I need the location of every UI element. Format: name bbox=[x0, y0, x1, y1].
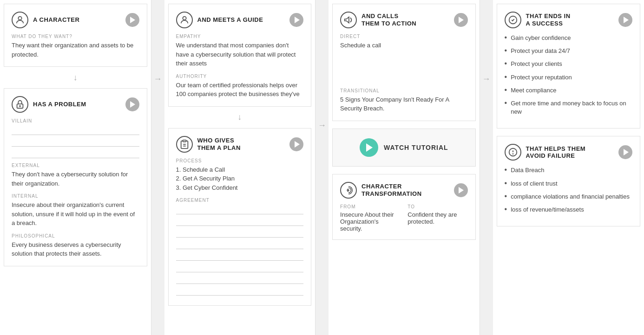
card-title: HAS A PROBLEM bbox=[33, 101, 86, 108]
internal-label: INTERNAL bbox=[12, 193, 139, 199]
play-button[interactable] bbox=[454, 183, 468, 197]
warning-icon bbox=[505, 144, 521, 161]
section-label: WHAT DO THEY WANT? bbox=[12, 34, 139, 39]
agreement-line-8[interactable] bbox=[176, 286, 304, 296]
person-guide-icon bbox=[176, 12, 193, 28]
watch-tutorial-label: WATCH TUTORIAL bbox=[384, 144, 448, 151]
arrow-col2-col3: → bbox=[315, 0, 329, 335]
column-3: AND CALLS THEM TO ACTION DIRECT Schedule… bbox=[329, 0, 480, 335]
card-calls-to-action: AND CALLS THEM TO ACTION DIRECT Schedule… bbox=[332, 4, 476, 121]
title-row: CHARACTER TRANSFORMATION bbox=[340, 182, 454, 199]
story-board: A CHARACTER WHAT DO THEY WANT? They want… bbox=[0, 0, 644, 335]
authority-label: AUTHORITY bbox=[176, 74, 304, 79]
bullet-text: Get more time and money back to focus on… bbox=[511, 99, 632, 116]
arrow-col1-col2: → bbox=[151, 0, 164, 335]
villain-line-3[interactable] bbox=[12, 149, 139, 158]
svg-point-0 bbox=[18, 17, 21, 20]
agreement-line-3[interactable] bbox=[176, 228, 304, 238]
card-a-character: A CHARACTER WHAT DO THEY WANT? They want… bbox=[4, 4, 147, 67]
success-bullet-list: Gain cyber confidence Protect your data … bbox=[505, 34, 632, 116]
svg-rect-4 bbox=[183, 140, 186, 142]
title-row: AND MEETS A GUIDE bbox=[176, 12, 263, 28]
card-header: THAT ENDS IN A SUCCESS bbox=[505, 12, 632, 28]
process-step-1: 1. Schedule a Call bbox=[176, 165, 304, 174]
transitional-text: 5 Signs Your Company Isn't Ready For A S… bbox=[340, 95, 468, 113]
agreement-line-1[interactable] bbox=[176, 205, 304, 214]
bullet-item: compliance violations and financial pena… bbox=[505, 193, 632, 201]
bullet-item: loss of client trust bbox=[505, 180, 632, 188]
bullet-text: loss of revenue/time/assets bbox=[511, 206, 584, 214]
card-title: WHO GIVES THEM A PLAN bbox=[197, 137, 241, 151]
from-label: FROM bbox=[340, 204, 400, 209]
star-icon bbox=[505, 12, 521, 28]
play-button[interactable] bbox=[125, 97, 139, 111]
column-1: A CHARACTER WHAT DO THEY WANT? They want… bbox=[0, 0, 151, 335]
to-label: TO bbox=[407, 204, 467, 209]
play-button[interactable] bbox=[618, 13, 632, 27]
bullet-text: loss of client trust bbox=[511, 180, 557, 188]
philosophical-text: Every business deserves a cybersecurity … bbox=[12, 240, 139, 258]
fingerprint-icon bbox=[340, 182, 357, 199]
bullet-text: compliance violations and financial pena… bbox=[511, 193, 630, 201]
villain-label: VILLAIN bbox=[12, 118, 139, 123]
card-title: CHARACTER TRANSFORMATION bbox=[361, 183, 454, 197]
agreement-label: AGREEMENT bbox=[176, 198, 304, 203]
play-button[interactable] bbox=[125, 13, 139, 27]
card-header: CHARACTER TRANSFORMATION bbox=[340, 182, 468, 199]
column-2: AND MEETS A GUIDE EMPATHY We understand … bbox=[164, 0, 316, 335]
failure-bullet-list: Data Breach loss of client trust complia… bbox=[505, 166, 632, 214]
watch-tutorial-card[interactable]: WATCH TUTORIAL bbox=[332, 129, 476, 167]
process-step-2: 2. Get A Security Plan bbox=[176, 174, 304, 183]
title-row: THAT HELPS THEM AVOID FAILURE bbox=[505, 144, 586, 161]
card-header: THAT HELPS THEM AVOID FAILURE bbox=[505, 144, 632, 161]
title-row: AND CALLS THEM TO ACTION bbox=[340, 12, 416, 28]
bullet-item: Meet compliance bbox=[505, 86, 632, 95]
megaphone-icon bbox=[340, 12, 357, 28]
card-header: AND MEETS A GUIDE bbox=[176, 12, 304, 28]
play-button[interactable] bbox=[289, 137, 303, 151]
direct-text: Schedule a call bbox=[340, 41, 468, 50]
bullet-text: Protect your data 24/7 bbox=[511, 47, 570, 55]
bullet-text: Gain cyber confidence bbox=[511, 34, 571, 42]
empathy-label: EMPATHY bbox=[176, 34, 304, 39]
card-who-gives-plan: WHO GIVES THEM A PLAN PROCESS 1. Schedul… bbox=[168, 128, 312, 306]
title-row: HAS A PROBLEM bbox=[12, 96, 86, 113]
agreement-line-4[interactable] bbox=[176, 240, 304, 249]
card-header: A CHARACTER bbox=[12, 12, 139, 28]
process-step-3: 3. Get Cyber Confident bbox=[176, 183, 304, 193]
to-text: Confident they are protected. bbox=[407, 211, 467, 225]
external-label: EXTERNAL bbox=[12, 163, 139, 168]
agreement-line-6[interactable] bbox=[176, 263, 304, 272]
card-title: AND MEETS A GUIDE bbox=[197, 16, 263, 24]
play-button[interactable] bbox=[289, 13, 303, 27]
section-text: They want their organization and assets … bbox=[12, 41, 139, 59]
bullet-item: Protect your reputation bbox=[505, 73, 632, 82]
bullet-text: Protect your clients bbox=[511, 60, 562, 68]
card-title: THAT HELPS THEM AVOID FAILURE bbox=[526, 145, 586, 160]
play-button[interactable] bbox=[454, 13, 468, 27]
to-section: TO Confident they are protected. bbox=[407, 204, 467, 232]
transitional-label: TRANSITIONAL bbox=[340, 88, 468, 93]
agreement-line-2[interactable] bbox=[176, 217, 304, 226]
bullet-item: Protect your clients bbox=[505, 60, 632, 68]
agreement-line-5[interactable] bbox=[176, 251, 304, 261]
process-label: PROCESS bbox=[176, 158, 304, 163]
watch-play-button[interactable] bbox=[360, 138, 378, 157]
from-text: Insecure About their Organization's secu… bbox=[340, 211, 400, 232]
bullet-text: Data Breach bbox=[511, 166, 544, 174]
bullet-text: Meet compliance bbox=[511, 86, 556, 95]
lock-icon bbox=[12, 96, 28, 113]
title-row: WHO GIVES THEM A PLAN bbox=[176, 136, 241, 153]
play-button[interactable] bbox=[618, 145, 632, 159]
internal-text: Insecure about their organization's curr… bbox=[12, 200, 139, 228]
card-header: WHO GIVES THEM A PLAN bbox=[176, 136, 304, 153]
card-title: AND CALLS THEM TO ACTION bbox=[361, 13, 416, 27]
villain-line-2[interactable] bbox=[12, 137, 139, 147]
svg-point-3 bbox=[183, 17, 186, 20]
agreement-line-7[interactable] bbox=[176, 275, 304, 284]
svg-point-11 bbox=[513, 154, 513, 155]
direct-label: DIRECT bbox=[340, 34, 468, 39]
villain-line-1[interactable] bbox=[12, 126, 139, 135]
transform-grid: FROM Insecure About their Organization's… bbox=[340, 204, 468, 232]
philosophical-label: PHILOSOPHICAL bbox=[12, 233, 139, 238]
